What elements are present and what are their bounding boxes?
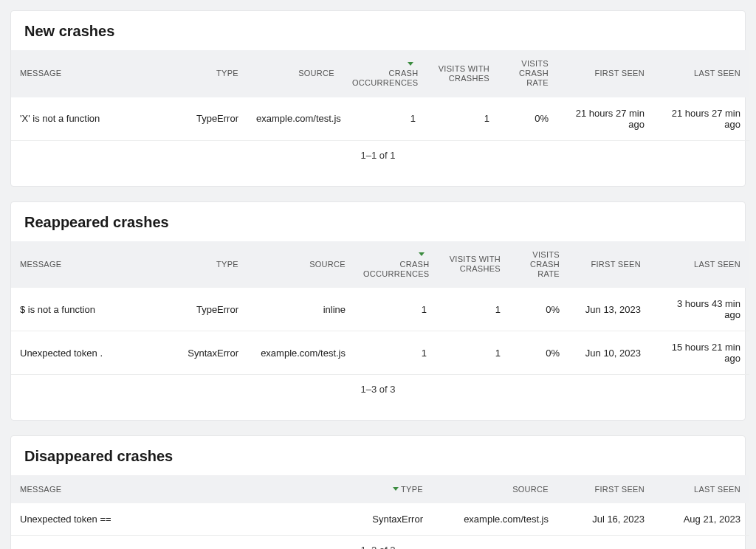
pager: 1–2 of 2 bbox=[11, 536, 745, 549]
col-message[interactable]: MESSAGE bbox=[11, 475, 358, 503]
cell-visits-crash-rate: 0% bbox=[509, 331, 568, 375]
cell-message: Unexpected token . bbox=[11, 331, 159, 375]
cell-source: example.com/test.js bbox=[432, 503, 557, 536]
col-message[interactable]: MESSAGE bbox=[11, 50, 159, 97]
panel-title: New crashes bbox=[11, 11, 745, 50]
cell-crash-occurrences: 1 bbox=[343, 97, 425, 141]
cell-last-seen: 3 hours 43 min ago bbox=[650, 288, 749, 331]
col-visits-crash-rate[interactable]: VISITS CRASH RATE bbox=[498, 50, 557, 97]
reappeared-crashes-table: MESSAGE TYPE SOURCE CRASH OCCURRENCES VI… bbox=[11, 241, 749, 376]
cell-message: 'X' is not a function bbox=[11, 97, 159, 141]
cell-visits-crash-rate: 0% bbox=[509, 288, 568, 331]
col-type[interactable]: TYPE bbox=[159, 241, 247, 289]
col-source[interactable]: SOURCE bbox=[247, 50, 343, 97]
table-row[interactable]: 'X' is not a function TypeError example.… bbox=[11, 97, 749, 141]
table-row[interactable]: Unexpected token == SyntaxError example.… bbox=[11, 503, 749, 536]
col-first-seen[interactable]: FIRST SEEN bbox=[557, 475, 653, 503]
cell-message: $ is not a function bbox=[11, 288, 159, 331]
cell-type: SyntaxError bbox=[159, 331, 247, 375]
cell-source: inline bbox=[247, 288, 354, 331]
col-first-seen[interactable]: FIRST SEEN bbox=[557, 50, 653, 97]
cell-last-seen: 15 hours 21 min ago bbox=[650, 331, 749, 375]
cell-crash-occurrences: 1 bbox=[354, 331, 436, 375]
col-source[interactable]: SOURCE bbox=[432, 475, 557, 503]
cell-source: example.com/test.js bbox=[247, 331, 354, 375]
cell-crash-occurrences: 1 bbox=[354, 288, 436, 331]
sort-desc-icon bbox=[419, 252, 425, 256]
sort-desc-icon bbox=[408, 62, 413, 66]
cell-type: SyntaxError bbox=[358, 503, 432, 536]
disappeared-crashes-table: MESSAGE TYPE SOURCE FIRST SEEN LAST SEEN… bbox=[11, 475, 749, 536]
new-crashes-panel: New crashes MESSAGE TYPE SOURCE CRASH OC… bbox=[10, 10, 746, 187]
cell-last-seen: Aug 21, 2023 bbox=[653, 503, 749, 536]
cell-visits-with-crashes: 1 bbox=[425, 97, 498, 141]
col-crash-occurrences[interactable]: CRASH OCCURRENCES bbox=[354, 241, 436, 289]
disappeared-crashes-panel: Disappeared crashes MESSAGE TYPE SOURCE … bbox=[10, 435, 746, 549]
cell-type: TypeError bbox=[159, 288, 247, 331]
cell-source: example.com/test.js bbox=[247, 97, 343, 141]
col-type[interactable]: TYPE bbox=[358, 475, 432, 503]
col-source[interactable]: SOURCE bbox=[247, 241, 354, 289]
col-visits-with-crashes[interactable]: VISITS WITH CRASHES bbox=[436, 241, 509, 289]
col-visits-with-crashes[interactable]: VISITS WITH CRASHES bbox=[425, 50, 498, 97]
cell-first-seen: 21 hours 27 min ago bbox=[557, 97, 653, 141]
col-last-seen[interactable]: LAST SEEN bbox=[653, 475, 749, 503]
col-visits-crash-rate[interactable]: VISITS CRASH RATE bbox=[509, 241, 568, 289]
cell-last-seen: 21 hours 27 min ago bbox=[653, 97, 749, 141]
table-row[interactable]: $ is not a function TypeError inline 1 1… bbox=[11, 288, 749, 331]
new-crashes-table: MESSAGE TYPE SOURCE CRASH OCCURRENCES VI… bbox=[11, 50, 749, 141]
col-last-seen[interactable]: LAST SEEN bbox=[653, 50, 749, 97]
cell-visits-crash-rate: 0% bbox=[498, 97, 557, 141]
reappeared-crashes-panel: Reappeared crashes MESSAGE TYPE SOURCE C… bbox=[10, 201, 746, 421]
col-message[interactable]: MESSAGE bbox=[11, 241, 159, 289]
table-row[interactable]: Unexpected token . SyntaxError example.c… bbox=[11, 331, 749, 375]
cell-first-seen: Jul 16, 2023 bbox=[557, 503, 653, 536]
col-crash-occurrences[interactable]: CRASH OCCURRENCES bbox=[343, 50, 425, 97]
sort-desc-icon bbox=[393, 487, 399, 491]
col-first-seen[interactable]: FIRST SEEN bbox=[568, 241, 650, 289]
cell-visits-with-crashes: 1 bbox=[436, 331, 509, 375]
cell-visits-with-crashes: 1 bbox=[436, 288, 509, 331]
panel-title: Reappeared crashes bbox=[11, 202, 745, 241]
cell-first-seen: Jun 10, 2023 bbox=[568, 331, 650, 375]
pager: 1–1 of 1 bbox=[11, 141, 745, 164]
cell-message: Unexpected token == bbox=[11, 503, 358, 536]
col-last-seen[interactable]: LAST SEEN bbox=[650, 241, 749, 289]
cell-first-seen: Jun 13, 2023 bbox=[568, 288, 650, 331]
panel-title: Disappeared crashes bbox=[11, 436, 745, 475]
cell-type: TypeError bbox=[159, 97, 247, 141]
pager: 1–3 of 3 bbox=[11, 375, 745, 398]
col-type[interactable]: TYPE bbox=[159, 50, 247, 97]
